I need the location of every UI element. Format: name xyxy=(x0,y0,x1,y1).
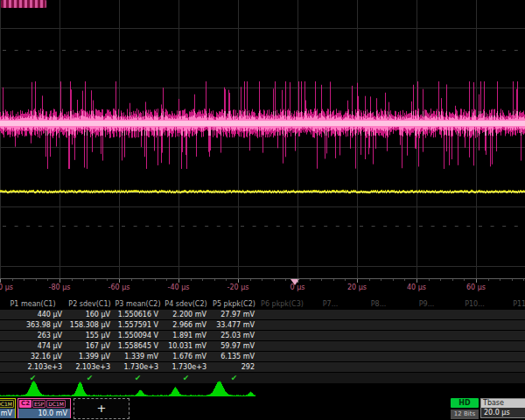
measure-value: 6.135 mV xyxy=(210,352,258,361)
waveform-grid[interactable] xyxy=(0,0,525,278)
c2-scale-value: 10.0 mV xyxy=(18,409,70,418)
axis-tick-label: -20 µs xyxy=(228,284,249,291)
axis-minor-tick xyxy=(464,279,465,281)
measure-header-p8[interactable]: P8... xyxy=(354,299,402,309)
measure-header-p4[interactable]: P4 sdev(C2) xyxy=(162,299,210,309)
axis-minor-tick xyxy=(321,279,322,281)
measure-header-p2[interactable]: P2 sdev(C1) xyxy=(66,299,114,309)
axis-minor-tick xyxy=(310,279,311,281)
axis-minor-tick xyxy=(143,279,144,281)
axis-minor-tick xyxy=(440,279,441,281)
measure-header-p7[interactable]: P7... xyxy=(306,299,354,309)
measure-value: 2.103e+3 xyxy=(0,362,66,372)
measure-value: 1.399 µV xyxy=(66,352,114,361)
c2-channel-badge: C2 xyxy=(19,400,32,408)
axis-minor-tick xyxy=(83,279,84,281)
axis-minor-tick xyxy=(500,279,500,281)
cropped-pink-label xyxy=(1,0,46,8)
measure-value: 160 µV xyxy=(66,310,114,319)
axis-tick xyxy=(60,279,60,283)
measure-value: 59.97 mV xyxy=(210,341,258,351)
axis-tick-label: 20 µs xyxy=(347,284,367,291)
measure-value: 1.558645 V xyxy=(114,341,162,351)
axis-tick xyxy=(416,279,417,283)
measure-value: 1.557591 V xyxy=(114,320,162,330)
measure-value: 440 µV xyxy=(0,310,66,319)
timebase-descriptor[interactable]: Tbase 20.0 µs xyxy=(480,398,525,418)
axis-minor-tick xyxy=(429,279,430,281)
measure-header-p9[interactable]: P9... xyxy=(402,299,451,309)
measure-value: 2.200 mV xyxy=(162,310,210,319)
axis-minor-tick xyxy=(262,279,262,281)
measure-row-max: 474 µV 167 µV 1.558645 V 10.031 mV 59.97… xyxy=(0,341,525,351)
axis-minor-tick xyxy=(345,279,346,281)
measure-value: 292 xyxy=(210,362,258,372)
axis-tick xyxy=(238,279,239,283)
axis-minor-tick xyxy=(226,279,227,281)
axis-minor-tick xyxy=(155,279,156,281)
measure-row-mean: 363.98 µV 158.308 µV 1.557591 V 2.966 mV… xyxy=(0,320,525,330)
c1-coupling-badge: DC1M xyxy=(0,400,14,408)
axis-minor-tick xyxy=(250,279,251,281)
axis-minor-tick xyxy=(369,279,370,281)
measure-value: 158.308 µV xyxy=(66,320,114,330)
measure-value: 363.98 µV xyxy=(0,320,66,330)
measure-header-p10[interactable]: P10... xyxy=(451,299,499,309)
add-trace-button[interactable]: + xyxy=(74,398,130,419)
measure-row-sdev: 32.16 µV 1.399 µV 1.339 mV 1.676 mV 6.13… xyxy=(0,352,525,361)
measure-header-p6[interactable]: P6 pkpk(C3) xyxy=(258,299,306,309)
axis-minor-tick xyxy=(488,279,489,281)
axis-minor-tick xyxy=(47,279,48,281)
timebase-label: Tbase xyxy=(481,399,525,408)
axis-tick xyxy=(357,279,358,283)
axis-minor-tick xyxy=(95,279,96,281)
measure-value: 33.477 mV xyxy=(210,320,258,330)
measure-header-p5[interactable]: P5 pkpk(C2) xyxy=(210,299,258,309)
axis-minor-tick xyxy=(393,279,394,281)
axis-minor-tick xyxy=(107,279,108,281)
measure-header-p1[interactable]: P1 mean(C1) xyxy=(0,299,66,309)
measure-value: 263 µV xyxy=(0,331,66,340)
axis-tick xyxy=(119,279,120,283)
measure-header-p3[interactable]: P3 mean(C2) xyxy=(114,299,162,309)
measure-value: 1.891 mV xyxy=(162,331,210,340)
time-axis: -100 µs-80 µs-60 µs-40 µs-20 µs0 µs20 µs… xyxy=(0,278,525,298)
measure-value: 1.676 mV xyxy=(162,352,210,361)
measure-value: 1.550616 V xyxy=(114,310,162,319)
axis-minor-tick xyxy=(166,279,167,281)
measure-value: 32.16 µV xyxy=(0,352,66,361)
axis-tick xyxy=(0,279,1,283)
measure-row-num: 2.103e+3 2.103e+3 1.730e+3 1.730e+3 292 xyxy=(0,362,525,372)
measure-value: 2.103e+3 xyxy=(66,362,114,372)
channel-c1-descriptor[interactable]: DC1M 10.0 mV xyxy=(0,398,16,418)
bottom-bar: DC1M 10.0 mV C2 ESP DC1M 10.0 mV + HD 12… xyxy=(0,398,525,420)
resolution-bits-label: 12 Bits xyxy=(451,410,479,419)
axis-tick-label: -40 µs xyxy=(168,284,190,291)
channel-c2-descriptor[interactable]: C2 ESP DC1M 10.0 mV xyxy=(18,398,71,418)
axis-tick-label: 0 µs xyxy=(290,284,305,291)
axis-minor-tick xyxy=(131,279,132,281)
axis-minor-tick xyxy=(274,279,275,281)
measure-value: 474 µV xyxy=(0,341,66,351)
axis-minor-tick xyxy=(12,279,13,281)
measure-header-p11[interactable]: P11... xyxy=(499,299,525,309)
axis-minor-tick xyxy=(452,279,453,281)
axis-minor-tick xyxy=(404,279,405,281)
axis-tick-label: 40 µs xyxy=(407,284,426,291)
measure-value: 1.550094 V xyxy=(114,331,162,340)
measure-value: 1.730e+3 xyxy=(162,362,210,372)
oscilloscope-screen: -100 µs-80 µs-60 µs-40 µs-20 µs0 µs20 µs… xyxy=(0,0,525,420)
measure-value: 25.03 mV xyxy=(210,331,258,340)
measure-row-value: 440 µV 160 µV 1.550616 V 2.200 mV 27.97 … xyxy=(0,310,525,319)
axis-minor-tick xyxy=(214,279,215,281)
axis-tick xyxy=(476,279,477,283)
hd-mode-badge[interactable]: HD xyxy=(451,398,479,408)
measure-value: 27.97 mV xyxy=(210,310,258,319)
measure-header-row: P1 mean(C1) P2 sdev(C1) P3 mean(C2) P4 s… xyxy=(0,299,525,309)
axis-minor-tick xyxy=(191,279,192,281)
axis-tick-label: -100 µs xyxy=(0,284,13,291)
measurement-table: P1 mean(C1) P2 sdev(C1) P3 mean(C2) P4 s… xyxy=(0,299,525,384)
axis-minor-tick xyxy=(333,279,334,281)
axis-minor-tick xyxy=(381,279,382,281)
measure-value: 1.730e+3 xyxy=(114,362,162,372)
